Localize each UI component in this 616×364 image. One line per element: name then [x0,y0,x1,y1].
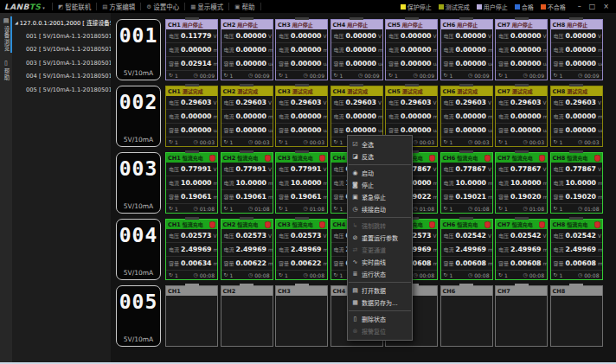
current-row: 电流2.49969mA [276,243,327,257]
channel-label: CH8 [553,155,566,162]
metric-label: 电压 [279,165,289,173]
sidebar-tab-device-browser[interactable]: ▤设备浏览 [0,16,12,53]
channel-card[interactable]: CH1用户停止电压0.11779V电流0.00000mA容量0.02914mAh… [165,19,218,80]
channel-card[interactable]: CH3恒流充电电压0.77991V电流10.0000mA容量0.19061mAh… [275,152,328,214]
channel-card[interactable]: CH3 [275,285,328,347]
channel-card[interactable]: CH1 [165,285,218,347]
cycle-count: 1 [285,73,288,79]
device-display[interactable]: 0045V/10mA [116,219,161,280]
current-row: 电流0.00000mA [441,110,492,124]
metric-label: 容量 [334,259,344,267]
channel-card[interactable]: CH8恒流充电电压0.77867V电流10.0000mA容量0.19020mAh… [550,152,603,214]
metric-unit: mAh [488,261,491,266]
channel-card[interactable]: CH8用户停止电压0.00000V电流0.00000mA容量0.00000uAh… [550,19,603,80]
card-top-tab [350,84,363,86]
metric-label: 电流 [498,46,509,54]
context-menu-item-emergency-stop[interactable]: ▣紧急停止 [348,191,412,203]
channel-card[interactable]: CH7用户停止电压0.00000V电流0.00000mA容量0.00000uAh… [495,19,548,80]
channel-card[interactable]: CH6用户停止电压0.00000V电流0.00000mA容量0.00000uAh… [440,19,493,80]
channel-card[interactable]: CH5用户停止电压0.00000V电流0.00000mA容量0.00000uAh… [385,19,438,80]
context-menu-item-delete-status[interactable]: ▯删除状态 [348,313,412,325]
legend-label: 用户停止 [484,3,508,11]
tree-item-device[interactable]: 002 [ 5V/10mA-1.1-20180501002 ] [15,43,110,56]
channel-card[interactable]: CH1测试完成电压0.29603V电流0.00000mA容量0.00000uAh… [165,86,218,147]
channel-card[interactable]: CH8 [550,285,603,347]
card-top-tab [185,284,199,286]
metric-value: 0.00000 [510,46,542,54]
channel-card[interactable]: CH2恒流充电电压0.77991V电流10.0000mA容量0.19061mAh… [221,152,273,214]
context-menu-item-open-data[interactable]: ▤打开数据 [348,284,412,297]
channel-card[interactable]: CH6测试完成电压0.29603V电流0.00000mA容量0.00000uAh… [440,86,493,147]
metric-value: 0.02573 [236,232,267,239]
channel-card[interactable]: CH7恒流充电电压0.02542V电流2.49969mA容量0.00608mAh… [495,219,548,280]
metric-unit: V [268,100,272,105]
context-menu-item-realtime-curve[interactable]: ∿实时曲线 [348,256,412,268]
channel-card[interactable]: CH3测试完成电压0.29603V电流0.00000mA容量0.00000uAh… [275,86,328,147]
context-menu-item-reset-run-params[interactable]: ⊘重置运行参数 [348,232,412,244]
channel-card[interactable]: CH3用户停止电压0.00000V电流0.00000mA容量0.00000uAh… [275,19,328,80]
metric-label: 容量 [279,126,289,134]
context-menu-separator [349,282,411,283]
metric-label: 电压 [498,99,509,106]
channel-footer: ↻1◷00:08 [221,271,273,279]
cycle-icon: ↻ [444,73,448,78]
metric-label: 容量 [334,60,344,67]
context-menu-item-save-data-as[interactable]: ▦数据另存为... [348,297,412,309]
context-menu-item-stop[interactable]: ◙停止 [348,179,412,191]
channel-card[interactable]: CH7恒流充电电压0.77867V电流10.0000mA容量0.19020mAh… [495,152,548,214]
channel-card[interactable]: CH7 [495,285,548,347]
channel-card[interactable]: CH2 [221,285,273,347]
device-display[interactable]: 0055V/10mA [116,285,161,347]
channel-label: CH6 [443,22,456,29]
channel-state: 恒流充电 [567,154,587,162]
device-display[interactable]: 0015V/10mA [116,19,161,80]
context-menu-item-start[interactable]: ◉启动 [348,167,412,179]
context-menu-item-invert-selection[interactable]: ◪反选 [348,150,412,163]
channel-card[interactable]: CH1恒流充电电压0.02573V电流2.49969mA容量0.00634mAh… [165,219,218,280]
metric-unit: mA [268,114,272,119]
restore-button[interactable]: □ [589,3,596,10]
channel-card[interactable]: CH6恒流充电电压0.02542V电流2.49969mA容量0.00608mAh… [440,219,493,280]
menubar-item-display-mode[interactable]: ▦显示模式 [184,3,228,10]
card-top-tab [350,17,363,20]
channel-card[interactable]: CH2用户停止电压0.00000V电流0.00000mA容量0.00000uAh… [221,19,273,80]
metric-label: 容量 [334,126,344,134]
channel-card[interactable]: CH2测试完成电压0.29603V电流0.00000mA容量0.00000uAh… [221,86,273,147]
context-menu-item-resume-start[interactable]: ◷续接启动 [348,203,412,215]
tree-item-device[interactable]: 001 [ 5V/10mA-1.1-20180501001 ] [15,30,110,43]
card-top-tab [185,217,199,220]
channel-card[interactable]: CH8恒流充电电压0.02542V电流2.49969mA容量0.00608mAh… [550,219,603,280]
sidebar-tab-help-tab[interactable]: ▯帮助 [0,59,12,82]
channel-card[interactable]: CH6 [440,285,493,347]
metric-unit: V [324,167,327,172]
menubar-item-settings-center[interactable]: ⚙设置中心 [140,3,184,10]
tree-item-device[interactable]: 003 [ 5V/10mA-1.1-20180501003 ] [15,57,110,70]
capacity-row: 容量0.00000uAh [441,57,492,71]
clock-icon: ◷ [413,272,417,278]
tree-item-device[interactable]: 004 [ 5V/10mA-1.1-20180501004 ] [15,70,110,83]
minimize-button[interactable]: – [578,3,581,10]
metric-label: 电流 [554,112,564,120]
close-button[interactable]: × [603,3,609,10]
channel-card[interactable]: CH7测试完成电压0.29603V电流0.00000mA容量0.00000uAh… [495,86,548,147]
context-menu-item-run-status[interactable]: ≣运行状态 [348,268,412,280]
channel-card[interactable]: CH4用户停止电压0.00000V电流0.00000mA容量0.00000uAh… [330,19,383,80]
card-top-tab [185,17,199,20]
channel-card[interactable]: CH3恒流充电电压0.02573V电流2.49969mA容量0.00622mAh… [275,219,328,280]
metric-value: 0.00000 [510,60,542,67]
channel-card[interactable]: CH1恒流充电电压0.77991V电流10.0000mA容量0.19061mAh… [165,152,218,214]
tree-root[interactable]: ◢127.0.0.1:2001,2000 [ 连接设备5 台 ] [15,18,110,27]
menubar-item-help[interactable]: ▣帮助 [228,3,260,10]
metric-label: 电压 [279,32,289,40]
menubar-item-plan-editor[interactable]: ▤方案编辑 [96,3,140,10]
device-display[interactable]: 0035V/10mA [116,152,161,214]
tree-item-device[interactable]: 005 [ 5V/10mA-1.1-20180501005 ] [15,84,110,97]
menubar-item-smart-connect[interactable]: ◩智能联机 [52,3,96,10]
channel-label: CH3 [278,288,291,295]
channel-card[interactable]: CH8测试完成电压0.29603V电流0.00000mA容量0.00000uAh… [550,86,603,147]
channel-card[interactable]: CH2恒流充电电压0.02573V电流2.49969mA容量0.00622mAh… [221,219,273,280]
metric-label: 电流 [498,112,509,120]
channel-card[interactable]: CH6恒流充电电压0.77867V电流10.0000mA容量0.19021mAh… [440,152,493,214]
context-menu-item-select-all[interactable]: ☑全选 [348,138,412,150]
device-display[interactable]: 0025V/10mA [116,86,161,147]
